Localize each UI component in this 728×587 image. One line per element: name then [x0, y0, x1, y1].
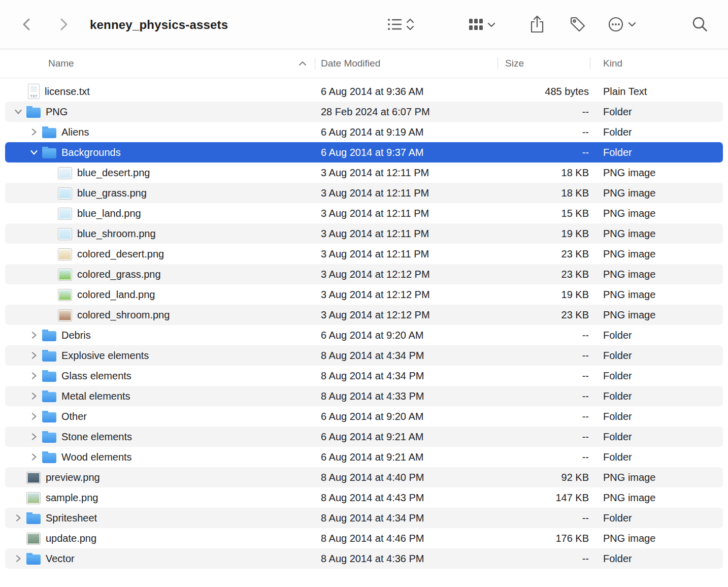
file-size: -- — [498, 512, 590, 524]
disclosure-chevron-icon[interactable] — [28, 148, 40, 156]
table-row[interactable]: blue_grass.png 3 Aug 2014 at 12:11 PM 18… — [5, 183, 723, 203]
table-row[interactable]: Stone elements 6 Aug 2014 at 9:21 AM -- … — [5, 427, 723, 447]
file-name: PNG — [46, 106, 68, 118]
table-row[interactable]: Debris 6 Aug 2014 at 9:20 AM -- Folder — [5, 325, 723, 345]
name-cell: Metal elements — [5, 390, 315, 402]
disclosure-chevron-icon[interactable] — [28, 351, 40, 360]
name-cell: Other — [5, 411, 315, 422]
date-modified: 8 Aug 2014 at 4:40 PM — [315, 472, 498, 483]
date-modified: 3 Aug 2014 at 12:11 PM — [315, 248, 498, 260]
disclosure-chevron-icon[interactable] — [28, 433, 40, 441]
disclosure-chevron-icon[interactable] — [28, 453, 40, 461]
finder-window: kenney_physics-assets — [0, 0, 728, 587]
column-header-kind[interactable]: Kind — [590, 49, 723, 78]
group-button[interactable] — [468, 16, 497, 32]
table-row[interactable]: PNG 28 Feb 2024 at 6:07 PM -- Folder — [5, 102, 723, 122]
date-modified: 3 Aug 2014 at 12:11 PM — [315, 187, 498, 199]
date-modified: 6 Aug 2014 at 9:19 AM — [315, 126, 498, 138]
table-row[interactable]: preview.png 8 Aug 2014 at 4:40 PM 92 KB … — [5, 467, 723, 487]
date-modified: 3 Aug 2014 at 12:12 PM — [315, 269, 498, 280]
file-kind: PNG image — [590, 228, 723, 240]
file-kind: Folder — [590, 553, 723, 565]
file-size: -- — [498, 350, 590, 362]
table-row[interactable]: sample.png 8 Aug 2014 at 4:43 PM 147 KB … — [5, 487, 723, 508]
disclosure-chevron-icon[interactable] — [28, 392, 40, 400]
name-cell: colored_grass.png — [5, 268, 315, 281]
file-name: update.png — [46, 533, 96, 544]
file-kind: Folder — [590, 370, 723, 382]
view-list-button[interactable] — [386, 16, 417, 33]
date-modified: 6 Aug 2014 at 9:37 AM — [315, 147, 498, 158]
file-kind: Folder — [590, 411, 723, 422]
tag-button[interactable] — [568, 15, 587, 34]
column-label: Size — [505, 58, 524, 69]
file-name: Debris — [61, 330, 91, 341]
table-row[interactable]: license.txt 6 Aug 2014 at 9:36 AM 485 by… — [5, 81, 723, 102]
table-row[interactable]: colored_land.png 3 Aug 2014 at 12:12 PM … — [5, 284, 723, 305]
more-button[interactable] — [608, 16, 637, 33]
disclosure-chevron-icon[interactable] — [28, 128, 40, 136]
folder-icon — [42, 433, 56, 443]
table-row[interactable]: colored_shroom.png 3 Aug 2014 at 12:12 P… — [5, 305, 723, 325]
file-size: 147 KB — [498, 492, 590, 504]
file-name: Aliens — [61, 126, 89, 138]
image-icon — [26, 533, 41, 545]
date-modified: 8 Aug 2014 at 4:43 PM — [315, 492, 498, 504]
search-button[interactable] — [691, 16, 709, 33]
table-row[interactable]: Backgrounds 6 Aug 2014 at 9:37 AM -- Fol… — [5, 142, 723, 162]
file-size: -- — [498, 390, 590, 402]
list-view-icon — [386, 16, 417, 33]
file-kind: PNG image — [590, 248, 723, 260]
table-row[interactable]: Vector 8 Aug 2014 at 4:36 PM -- Folder — [5, 548, 723, 569]
table-row[interactable]: colored_desert.png 3 Aug 2014 at 12:11 P… — [5, 244, 723, 264]
image-icon — [58, 269, 72, 281]
image-icon — [26, 472, 41, 484]
file-kind: PNG image — [590, 492, 723, 504]
table-row[interactable]: Other 6 Aug 2014 at 9:20 AM -- Folder — [5, 406, 723, 427]
date-modified: 6 Aug 2014 at 9:21 AM — [315, 431, 498, 443]
file-name: Vector — [46, 553, 75, 565]
table-row[interactable]: Wood elements 6 Aug 2014 at 9:21 AM -- F… — [5, 447, 723, 467]
column-header-size[interactable]: Size — [498, 49, 590, 78]
table-row[interactable]: blue_land.png 3 Aug 2014 at 12:11 PM 15 … — [5, 203, 723, 223]
column-headers: Name Date Modified Size Kind — [0, 49, 728, 78]
file-kind: PNG image — [590, 167, 723, 179]
forward-button[interactable] — [57, 16, 70, 32]
table-row[interactable]: colored_grass.png 3 Aug 2014 at 12:12 PM… — [5, 264, 723, 284]
file-size: -- — [498, 451, 590, 463]
column-header-name[interactable]: Name — [5, 49, 315, 78]
column-header-date-modified[interactable]: Date Modified — [315, 49, 498, 78]
table-row[interactable]: blue_shroom.png 3 Aug 2014 at 12:11 PM 1… — [5, 223, 723, 244]
table-row[interactable]: Metal elements 8 Aug 2014 at 4:33 PM -- … — [5, 386, 723, 406]
disclosure-chevron-icon[interactable] — [12, 108, 24, 116]
disclosure-chevron-icon[interactable] — [28, 412, 40, 420]
image-icon — [58, 289, 72, 301]
name-cell: Vector — [5, 553, 315, 565]
date-modified: 8 Aug 2014 at 4:46 PM — [315, 533, 498, 544]
table-row[interactable]: Aliens 6 Aug 2014 at 9:19 AM -- Folder — [5, 122, 723, 142]
disclosure-chevron-icon[interactable] — [12, 514, 24, 522]
date-modified: 3 Aug 2014 at 12:12 PM — [315, 289, 498, 301]
disclosure-chevron-icon[interactable] — [28, 372, 40, 380]
file-size: 485 bytes — [498, 86, 590, 97]
disclosure-chevron-icon[interactable] — [28, 331, 40, 339]
name-cell: Debris — [5, 330, 315, 341]
table-row[interactable]: Glass elements 8 Aug 2014 at 4:34 PM -- … — [5, 366, 723, 386]
back-button[interactable] — [20, 16, 34, 32]
file-kind: Folder — [590, 512, 723, 524]
file-name: colored_grass.png — [77, 269, 161, 280]
share-button[interactable] — [528, 14, 546, 35]
disclosure-chevron-icon[interactable] — [12, 555, 24, 563]
more-ellipsis-icon — [608, 16, 637, 33]
table-row[interactable]: Explosive elements 8 Aug 2014 at 4:34 PM… — [5, 345, 723, 366]
table-row[interactable]: blue_desert.png 3 Aug 2014 at 12:11 PM 1… — [5, 162, 723, 183]
name-cell: colored_desert.png — [5, 248, 315, 260]
file-name: blue_land.png — [77, 208, 141, 219]
table-row[interactable]: Spritesheet 8 Aug 2014 at 4:34 PM -- Fol… — [5, 508, 723, 528]
file-name: colored_shroom.png — [77, 309, 170, 321]
table-row[interactable]: update.png 8 Aug 2014 at 4:46 PM 176 KB … — [5, 528, 723, 548]
file-size: 15 KB — [498, 208, 590, 219]
file-size: 23 KB — [498, 269, 590, 280]
name-cell: blue_grass.png — [5, 187, 315, 200]
window-title: kenney_physics-assets — [90, 0, 228, 49]
